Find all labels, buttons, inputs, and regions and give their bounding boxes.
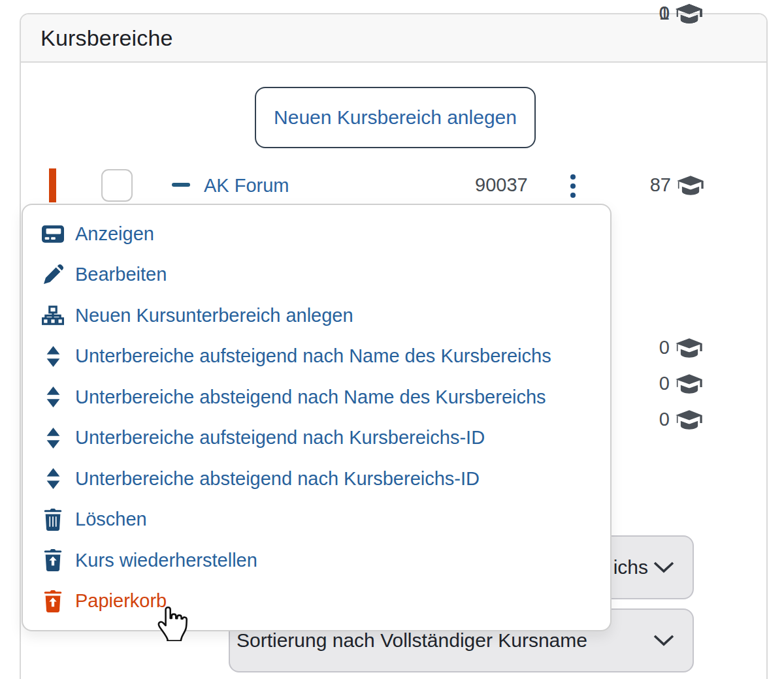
trash-icon xyxy=(42,509,64,531)
category-course-count: 0 xyxy=(659,334,704,360)
course-count-value: 0 xyxy=(659,337,670,358)
course-count-value: 87 xyxy=(650,174,671,196)
page-title: Kursbereiche xyxy=(41,25,173,51)
category-course-count: 0 xyxy=(659,0,704,26)
menu-item-loeschen[interactable]: Löschen xyxy=(23,499,610,541)
display-card-icon xyxy=(42,225,64,243)
graduation-cap-icon xyxy=(674,372,704,395)
sort-icon xyxy=(42,387,64,407)
category-actions-menu: Anzeigen Bearbeiten Neuen Kursunterberei… xyxy=(22,204,612,631)
course-sort-select-value: Sortierung nach Vollständiger Kursname xyxy=(237,629,655,652)
menu-item-papierkorb[interactable]: Papierkorb xyxy=(23,581,610,622)
menu-item-kurs-wiederherstellen[interactable]: Kurs wiederherstellen xyxy=(23,540,610,581)
menu-item-sort-asc-id[interactable]: Unterbereiche aufsteigend nach Kursberei… xyxy=(23,418,610,459)
menu-item-bearbeiten[interactable]: Bearbeiten xyxy=(23,255,610,296)
menu-item-sort-asc-name[interactable]: Unterbereiche aufsteigend nach Name des … xyxy=(23,336,610,377)
trash-restore-icon xyxy=(42,590,64,612)
category-course-count: 0 xyxy=(659,370,704,396)
category-sort-select-value: ichs xyxy=(613,556,648,578)
course-count-value: 0 xyxy=(659,409,670,430)
category-course-count: 0 xyxy=(659,406,704,432)
category-name-link[interactable]: AK Forum xyxy=(204,175,289,197)
menu-item-neuer-kursunterbereich[interactable]: Neuen Kursunterbereich anlegen xyxy=(23,295,610,336)
collapse-minus-icon[interactable] xyxy=(172,183,190,187)
chevron-down-icon xyxy=(653,561,674,573)
trash-restore-icon xyxy=(42,549,64,571)
card-header: Kursbereiche xyxy=(21,14,766,63)
category-id-number: 90037 xyxy=(475,174,528,196)
sort-icon xyxy=(42,428,64,449)
sitemap-icon xyxy=(42,305,64,326)
graduation-cap-icon xyxy=(676,174,706,197)
sort-icon xyxy=(42,468,64,489)
chevron-down-icon xyxy=(653,635,674,646)
pencil-icon xyxy=(42,264,64,285)
menu-item-sort-desc-id[interactable]: Unterbereiche absteigend nach Kursbereic… xyxy=(23,458,610,499)
new-category-button[interactable]: Neuen Kursbereich anlegen xyxy=(255,87,536,148)
menu-item-sort-desc-name[interactable]: Unterbereiche absteigend nach Name des K… xyxy=(23,377,610,418)
course-count-value: 0 xyxy=(659,3,670,24)
graduation-cap-icon xyxy=(674,336,704,359)
kebab-menu-icon[interactable] xyxy=(568,172,578,200)
category-accent-bar xyxy=(49,168,56,202)
menu-item-anzeigen[interactable]: Anzeigen xyxy=(23,213,610,255)
category-course-count: 87 xyxy=(650,172,706,198)
course-count-value: 0 xyxy=(659,373,670,394)
category-checkbox[interactable] xyxy=(101,169,133,202)
sort-icon xyxy=(42,346,64,367)
graduation-cap-icon xyxy=(674,408,704,431)
graduation-cap-icon xyxy=(674,2,704,25)
